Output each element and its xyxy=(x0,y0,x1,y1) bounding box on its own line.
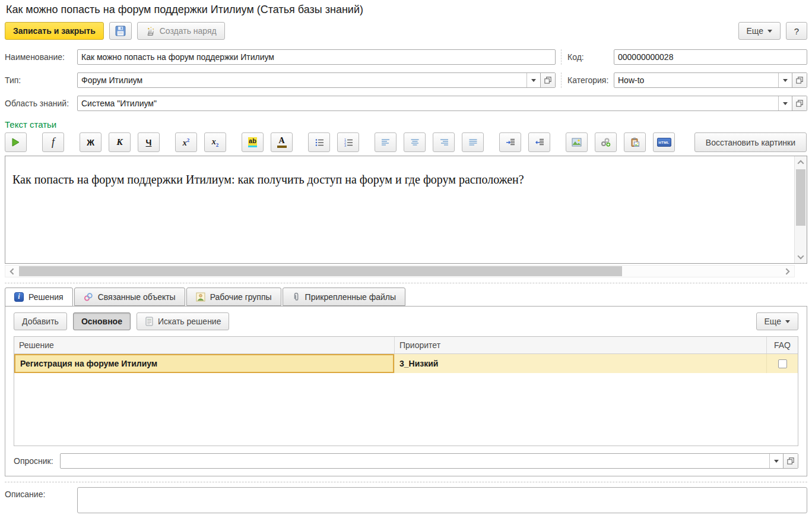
bulleted-list-icon xyxy=(315,138,324,147)
indent-increase-button[interactable] xyxy=(499,132,521,152)
preview-button[interactable] xyxy=(5,132,27,152)
search-solution-label: Искать решение xyxy=(158,317,221,326)
column-header-faq[interactable]: FAQ xyxy=(766,337,798,353)
faq-checkbox[interactable] xyxy=(778,359,787,368)
italic-icon: К xyxy=(116,137,122,147)
knowledge-area-combo: Система "Итилиум" xyxy=(77,96,807,111)
questionnaire-browse-button[interactable] xyxy=(783,454,798,468)
section-divider xyxy=(5,482,807,482)
chevron-left-icon xyxy=(8,267,15,276)
priority-cell[interactable]: 3_Низкий xyxy=(394,354,766,373)
highlight-button[interactable]: ab xyxy=(242,132,264,152)
align-center-button[interactable] xyxy=(404,132,426,152)
type-dropdown-button[interactable] xyxy=(526,73,540,87)
document-icon xyxy=(145,317,154,326)
type-combo-value[interactable]: Форум Итилиум xyxy=(78,73,526,87)
insert-image-button[interactable] xyxy=(566,132,588,152)
justify-icon xyxy=(468,138,478,147)
underline-button[interactable]: Ч xyxy=(138,132,160,152)
code-input[interactable] xyxy=(614,49,807,65)
align-right-button[interactable] xyxy=(433,132,455,152)
window-title: Как можно попасть на форум поддержки Ити… xyxy=(5,2,807,20)
category-combo: How-to xyxy=(614,72,807,88)
field-row-knowledge-area: Область знаний: Система "Итилиум" xyxy=(5,96,807,111)
tab-linked-objects[interactable]: Связанные объекты xyxy=(74,288,185,306)
indent-decrease-button[interactable] xyxy=(528,132,550,152)
name-field-label: Наименование: xyxy=(5,52,77,62)
more-button[interactable]: Еще xyxy=(738,22,781,40)
more-label: Еще xyxy=(765,317,782,326)
bulleted-list-button[interactable] xyxy=(308,132,330,152)
bold-icon: Ж xyxy=(87,138,94,147)
superscript-icon: x2 xyxy=(183,137,190,148)
article-text[interactable]: Как попасть на форум поддержки Итилиум: … xyxy=(5,156,807,187)
editor-vertical-scrollbar[interactable] xyxy=(794,156,807,263)
formula-button[interactable]: f xyxy=(42,132,64,152)
save-and-close-button[interactable]: Записать и закрыть xyxy=(5,22,104,40)
font-color-button[interactable]: A xyxy=(271,132,293,152)
name-input[interactable] xyxy=(77,49,556,65)
column-header-solution[interactable]: Решение xyxy=(14,337,394,353)
questionnaire-dropdown-button[interactable] xyxy=(769,454,783,468)
category-browse-button[interactable] xyxy=(792,73,807,87)
search-solution-button[interactable]: Искать решение xyxy=(137,312,230,330)
insert-link-button[interactable] xyxy=(595,132,617,152)
solutions-table-empty-area[interactable] xyxy=(14,373,798,446)
linked-rings-icon xyxy=(84,292,93,302)
main-toggle-button[interactable]: Основное xyxy=(73,312,131,330)
knowledge-area-combo-value[interactable]: Система "Итилиум" xyxy=(78,96,778,110)
justify-button[interactable] xyxy=(462,132,484,152)
browse-icon xyxy=(795,99,804,108)
category-combo-value[interactable]: How-to xyxy=(614,73,778,87)
create-order-label: Создать наряд xyxy=(160,26,217,36)
save-button[interactable] xyxy=(109,22,132,40)
chevron-down-icon xyxy=(767,30,772,33)
knowledge-area-dropdown-button[interactable] xyxy=(778,96,792,110)
article-editor[interactable]: Как попасть на форум поддержки Итилиум: … xyxy=(5,156,807,264)
horizontal-scrollbar-thumb[interactable] xyxy=(19,266,622,276)
align-right-icon xyxy=(439,138,449,147)
help-button[interactable]: ? xyxy=(786,22,807,40)
fields-divider xyxy=(561,49,562,65)
tab-workgroups[interactable]: Рабочие группы xyxy=(186,288,281,306)
solutions-more-button[interactable]: Еще xyxy=(756,312,799,330)
numbered-list-button[interactable]: 123 xyxy=(337,132,359,152)
column-header-priority[interactable]: Приоритет xyxy=(394,337,766,353)
create-order-button[interactable]: Создать наряд xyxy=(137,22,225,40)
indent-decrease-icon xyxy=(535,138,544,147)
bold-button[interactable]: Ж xyxy=(80,132,102,152)
category-dropdown-button[interactable] xyxy=(778,73,792,87)
questionnaire-combo-value[interactable] xyxy=(61,454,769,468)
knowledge-area-browse-button[interactable] xyxy=(792,96,807,110)
workgroup-person-icon xyxy=(196,292,205,302)
tab-attached-files[interactable]: Прикрепленные файлы xyxy=(283,288,405,306)
faq-cell[interactable] xyxy=(766,354,798,373)
paste-image-button[interactable] xyxy=(624,132,646,152)
image-icon xyxy=(572,138,582,147)
html-icon: HTML xyxy=(657,138,671,147)
scroll-down-button[interactable] xyxy=(795,251,807,263)
field-row-name-code: Наименование: Код: xyxy=(5,49,807,65)
italic-button[interactable]: К xyxy=(109,132,131,152)
tab-bar: i Решения Связанные объекты Рабочие груп… xyxy=(5,288,807,306)
editor-horizontal-scrollbar[interactable] xyxy=(5,265,795,277)
numbered-list-icon: 123 xyxy=(344,138,353,147)
add-button[interactable]: Добавить xyxy=(14,312,67,330)
vertical-scrollbar-thumb[interactable] xyxy=(796,169,805,226)
restore-pictures-button[interactable]: Восстановить картинки xyxy=(694,132,807,152)
scroll-left-button[interactable] xyxy=(5,266,18,277)
solutions-table-row[interactable]: Регистрация на форуме Итилиум 3_Низкий xyxy=(14,354,798,373)
highlight-icon: ab xyxy=(248,137,257,147)
solution-cell[interactable]: Регистрация на форуме Итилиум xyxy=(14,354,394,373)
align-left-button[interactable] xyxy=(375,132,397,152)
type-browse-button[interactable] xyxy=(540,73,555,87)
scroll-right-button[interactable] xyxy=(781,266,794,277)
scroll-up-button[interactable] xyxy=(795,156,807,168)
subscript-button[interactable]: x2 xyxy=(204,132,226,152)
type-field-label: Тип: xyxy=(5,75,77,85)
tab-solutions[interactable]: i Решения xyxy=(5,288,73,307)
html-source-button[interactable]: HTML xyxy=(653,132,675,152)
questionnaire-row: Опросник: xyxy=(14,453,798,469)
superscript-button[interactable]: x2 xyxy=(175,132,197,152)
description-textarea[interactable] xyxy=(77,487,807,513)
